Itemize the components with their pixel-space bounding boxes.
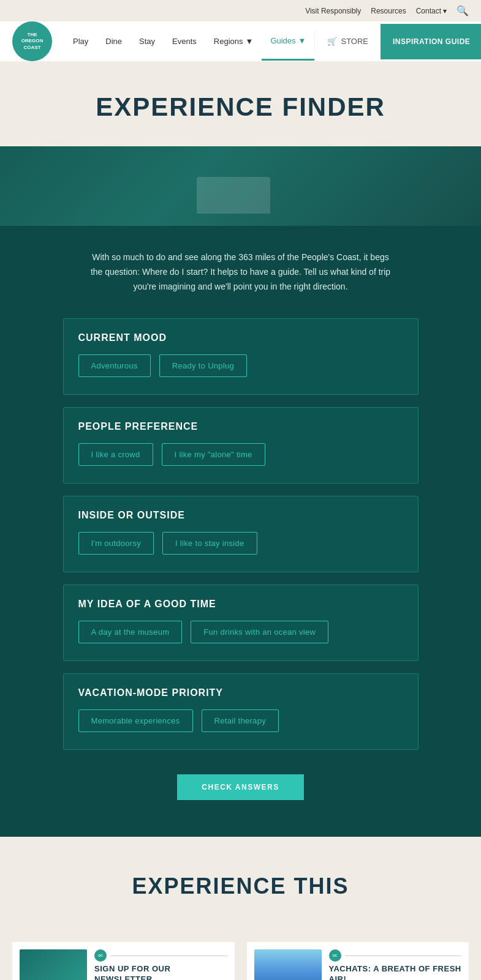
nav-stay[interactable]: Stay [131,23,164,59]
experience-this-title: EXPERIENCE THIS [12,873,469,899]
quiz-option-stay-inside[interactable]: I like to stay inside [162,532,257,555]
nav-play[interactable]: Play [64,23,97,59]
card-logo-newsletter: OC [94,949,107,962]
nav-regions[interactable]: Regions ▼ [205,23,262,59]
contact-link[interactable]: Contact ▾ [416,7,447,15]
resources-link[interactable]: Resources [371,7,406,15]
nav-guides[interactable]: Guides ▼ [262,23,314,61]
check-answers-container: CHECK ANSWERS [18,774,463,800]
main-nav: THE OREGON COAST Play Dine Stay Events R… [0,21,481,62]
check-answers-button[interactable]: CHECK ANSWERS [177,774,303,800]
card-logo-yachats: OC [329,949,341,962]
card-title-yachats: YACHATS: A BREATH OF FRESH AIR! [329,964,462,980]
quiz-card-current-mood: CURRENT MOOD Adventurous Ready to Unplug [63,318,419,395]
search-button[interactable]: 🔍 [456,5,469,17]
experience-this-section: EXPERIENCE THIS [0,837,481,942]
top-bar: Visit Responsibly Resources Contact ▾ 🔍 [0,0,481,21]
hero-image [0,146,481,226]
card-body-yachats: OC YACHATS: A BREATH OF FRESH AIR! Disco… [329,949,462,980]
quiz-card-vacation-priority: VACATION-MODE PRIORITY Memorable experie… [63,673,419,750]
nav-events[interactable]: Events [164,23,205,59]
site-logo[interactable]: THE OREGON COAST [12,21,52,61]
quiz-options-inside-outside: I'm outdoorsy I like to stay inside [78,532,403,555]
card-title-newsletter: SIGN UP FOR OUR NEWSLETTER [94,964,227,980]
quiz-intro: With so much to do and see along the 363… [88,250,394,294]
quiz-card-people-preference: PEOPLE PREFERENCE I like a crowd I like … [63,407,419,484]
nav-dine[interactable]: Dine [97,23,131,59]
hero-van-shape [197,177,270,214]
nav-links: Play Dine Stay Events Regions ▼ Guides ▼ [64,23,314,61]
quiz-options-good-time: A day at the museum Fun drinks with an o… [78,621,403,643]
quiz-option-museum[interactable]: A day at the museum [78,621,183,643]
quiz-option-ready-to-unplug[interactable]: Ready to Unplug [159,354,247,377]
quiz-option-adventurous[interactable]: Adventurous [78,354,151,377]
quiz-card-good-time: MY IDEA OF A GOOD TIME A day at the muse… [63,585,419,661]
quiz-options-vacation-priority: Memorable experiences Retail therapy [78,709,403,732]
card-badge-line-yachats [345,956,462,956]
visit-responsibly-link[interactable]: Visit Responsibly [305,7,361,15]
card-badge-yachats: OC [329,949,462,962]
quiz-section: With so much to do and see along the 363… [0,226,481,837]
card-badge-line [110,956,227,956]
quiz-card-title-vacation-priority: VACATION-MODE PRIORITY [78,687,403,698]
store-button[interactable]: 🛒 STORE [314,31,381,52]
quiz-card-title-current-mood: CURRENT MOOD [78,332,403,343]
page-title: EXPERIENCE FINDER [12,92,469,122]
page-title-section: EXPERIENCE FINDER [0,62,481,146]
quiz-card-title-inside-outside: INSIDE OR OUTSIDE [78,510,403,521]
quiz-card-inside-outside: INSIDE OR OUTSIDE I'm outdoorsy I like t… [63,496,419,572]
quiz-options-people-preference: I like a crowd I like my "alone" time [78,443,403,466]
card-thumb-yachats [254,949,322,980]
cards-row: OC SIGN UP FOR OUR NEWSLETTER Like a loc… [0,942,481,980]
quiz-option-i-like-crowd[interactable]: I like a crowd [78,443,153,466]
card-yachats: OC YACHATS: A BREATH OF FRESH AIR! Disco… [247,942,469,980]
card-badge-newsletter: OC [94,949,227,962]
quiz-option-alone-time[interactable]: I like my "alone" time [162,443,265,466]
quiz-option-fun-drinks[interactable]: Fun drinks with an ocean view [191,621,328,643]
quiz-option-retail-therapy[interactable]: Retail therapy [202,709,279,732]
quiz-option-memorable[interactable]: Memorable experiences [78,709,193,732]
quiz-card-title-good-time: MY IDEA OF A GOOD TIME [78,599,403,610]
quiz-card-title-people-preference: PEOPLE PREFERENCE [78,421,403,432]
card-body-newsletter: OC SIGN UP FOR OUR NEWSLETTER Like a loc… [94,949,227,980]
card-newsletter: OC SIGN UP FOR OUR NEWSLETTER Like a loc… [12,942,235,980]
card-thumb-newsletter [20,949,87,980]
quiz-options-current-mood: Adventurous Ready to Unplug [78,354,403,377]
quiz-option-outdoorsy[interactable]: I'm outdoorsy [78,532,154,555]
inspiration-guide-button[interactable]: INSPIRATION GUIDE [381,24,481,59]
